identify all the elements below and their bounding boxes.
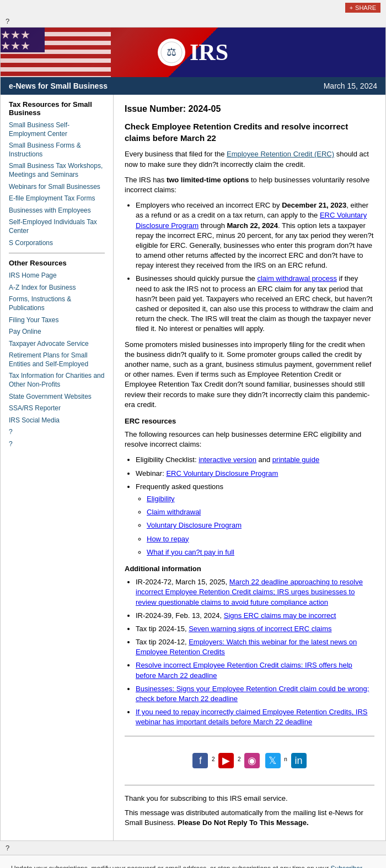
newsletter-bar: e-News for Small Business March 15, 2024 [1,77,385,95]
sidebar-item-forms[interactable]: Forms, Instructions & Publications [9,295,105,312]
irs-logo: ⚖ IRS [158,39,228,66]
sidebar-item-charities[interactable]: Tax Information for Charities and Other … [9,372,105,389]
share-icon: + [350,4,353,11]
newsletter-date: March 15, 2024 [324,82,377,90]
additional-info-header: Additional information [125,564,374,574]
do-not-reply: Please Do Not Reply To This Message. [178,818,308,827]
faq-claim-withdrawal-link[interactable]: Claim withdrawal [147,508,201,516]
linkedin-icon[interactable]: in [291,753,307,768]
sidebar-item-filing-taxes[interactable]: Filing Your Taxes [9,316,105,325]
sidebar-item-self-employed[interactable]: Self-Employed Individuals Tax Center [9,218,105,235]
add-link-2[interactable]: Signs ERC claims may be incorrect [224,611,336,620]
sidebar-item-webinars[interactable]: Webinars for Small Businesses [9,183,105,192]
sidebar-item-businesses-employees[interactable]: Businesses with Employees [9,207,105,215]
erc-resources-list: Eligibility Checklist: interactive versi… [136,455,374,557]
faq-cant-pay-link[interactable]: What if you can?t pay in full [147,548,234,556]
sidebar-main-section-title: Tax Resources for Small Business [9,100,105,117]
options-list: Employers who received an incorrect ERC … [136,200,374,334]
footer-question-1: ? [0,841,386,855]
faq-sublist: Eligibility Claim withdrawal Voluntary D… [147,494,374,557]
social-divider [125,736,374,736]
erc-resources-intro: The following resources can help busines… [125,430,374,449]
sidebar-item-irs-home[interactable]: IRS Home Page [9,272,105,280]
add-item-4: Tax tip 2024-12, Employers: Watch this w… [136,637,374,657]
erc-link[interactable]: Employee Retention Credit (ERC) [227,150,334,158]
resource-checklist: Eligibility Checklist: interactive versi… [136,455,374,465]
subscribe-text-2: This message was distributed automatical… [125,808,374,828]
faq-vdp: Voluntary Disclosure Program [147,520,374,530]
social-icons-container: f 2 ▶ 2 ◉ 𝕏 n in [125,745,374,777]
add-item-3: Tax tip 2024-15, Seven warning signs of … [136,624,374,634]
subscription-text: Update your subscriptions, modify your p… [11,864,375,868]
facebook-icon[interactable]: f [192,753,208,768]
sidebar-item-small-business-self-employment[interactable]: Small Business Self-Employment Center [9,121,105,138]
add-item-1: IR-2024-72, March 15, 2025, March 22 dea… [136,577,374,607]
footer-divider [125,785,374,785]
interactive-version-link[interactable]: interactive version [199,455,256,464]
yt-count: 2 [238,756,241,762]
add-item-2: IR-2024-39, Feb. 13, 2024, Signs ERC cla… [136,611,374,621]
sidebar-item-q1[interactable]: ? [9,428,105,437]
sidebar-item-small-business-forms[interactable]: Small Business Forms & Instructions [9,142,105,159]
add-item-5: Resolve incorrect Employee Retention Cre… [136,660,374,680]
printable-guide-link[interactable]: printable guide [272,455,319,464]
eagle-icon: ⚖ [160,41,183,63]
faq-eligibility-link[interactable]: Eligibility [147,495,175,503]
fb-count: 2 [212,756,215,762]
claim-withdrawal-link[interactable]: claim withdrawal process [257,274,337,283]
promoters-paragraph: Some promoters misled businesses into im… [125,340,374,410]
sidebar-item-ssa-rs[interactable]: SSA/RS Reporter [9,404,105,413]
article-title: Check Employee Retention Credits and res… [125,121,374,144]
main-container: ⚖ IRS e-News for Small Business March 15… [0,27,386,841]
share-bar: + SHARE [0,0,386,15]
tw-count: n [284,756,287,762]
bold-two-options: two limited-time options [167,176,249,184]
add-link-3[interactable]: Seven warning signs of incorrect ERC cla… [189,625,331,633]
subscription-bar: Update your subscriptions, modify your p… [0,855,386,868]
add-item-6: Businesses: Signs your Employee Retentio… [136,684,374,704]
sidebar-item-pay-online[interactable]: Pay Online [9,328,105,337]
sidebar-item-retirement-plans[interactable]: Retirement Plans for Small Entities and … [9,351,105,368]
option-1: Employers who received an incorrect ERC … [136,200,374,270]
instagram-icon[interactable]: ◉ [244,753,260,768]
share-button[interactable]: + SHARE [345,3,380,13]
content-layout: Tax Resources for Small Business Small B… [1,95,385,840]
main-content: Issue Number: 2024-05 Check Employee Ret… [114,95,385,840]
faq-eligibility: Eligibility [147,494,374,504]
irs-wordmark: IRS [190,39,228,66]
faq-vdp-link[interactable]: Voluntary Disclosure Program [147,521,242,529]
article-intro: Every business that filed for the Employ… [125,149,374,169]
sidebar-item-efile[interactable]: E-file Employment Tax Forms [9,194,105,203]
faq-repay-link[interactable]: How to repay [147,535,189,543]
add-link-5[interactable]: Resolve incorrect Employee Retention Cre… [136,661,352,679]
resource-faq: Frequently asked questions Eligibility C… [136,482,374,557]
erc-vdp-webinar-link[interactable]: ERC Voluntary Disclosure Program [166,469,278,478]
sidebar-item-irs-social[interactable]: IRS Social Media [9,416,105,425]
twitter-icon[interactable]: 𝕏 [265,753,281,768]
additional-info-list: IR-2024-72, March 15, 2025, March 22 dea… [136,577,374,727]
youtube-icon[interactable]: ▶ [218,753,234,768]
subscribe-text-1: Thank you for subscribing to this IRS em… [125,794,374,804]
sidebar-other-section-title: Other Resources [9,259,105,267]
date-dec-2023: December 21, 2023 [282,201,346,209]
sidebar-item-workshops[interactable]: Small Business Tax Workshops, Meetings a… [9,162,105,179]
erc-resources-header: ERC resources [125,416,374,426]
faq-cant-pay: What if you can?t pay in full [147,547,374,557]
add-link-6[interactable]: Businesses: Signs your Employee Retentio… [136,685,369,703]
sidebar-divider [9,253,105,253]
eagle-seal: ⚖ [158,39,185,66]
date-mar-2024: March 22, 2024 [227,221,278,230]
two-options-text: The IRS has two limited-time options to … [125,175,374,195]
sidebar-item-az-index[interactable]: A-Z Index for Business [9,284,105,292]
sidebar: Tax Resources for Small Business Small B… [1,95,114,840]
header: ⚖ IRS [1,28,385,77]
sidebar-item-taxpayer-advocate[interactable]: Taxpayer Advocate Service [9,340,105,349]
newsletter-title: e-News for Small Business [9,82,108,90]
sidebar-item-q2[interactable]: ? [9,440,105,449]
add-item-7: If you need to repay incorrectly claimed… [136,707,374,727]
subscriber-preferences-link[interactable]: Subscriber Preferences Page [11,865,362,868]
add-link-7[interactable]: If you need to repay incorrectly claimed… [136,708,368,726]
sidebar-item-s-corporations[interactable]: S Corporations [9,239,105,248]
question-mark-top: ? [0,15,386,27]
sidebar-item-state-gov[interactable]: State Government Websites [9,393,105,402]
